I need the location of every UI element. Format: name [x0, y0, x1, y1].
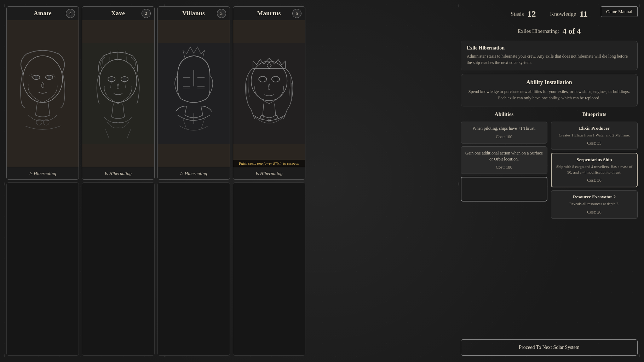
- empty-slot-1: [6, 182, 79, 356]
- hibernating-label: Exiles Hibernating:: [518, 28, 559, 34]
- card-level-maurtus: 5: [292, 9, 301, 18]
- knowledge-value: 11: [580, 9, 588, 19]
- exile-hibernation-text: Administer stasis to hibernate your crew…: [467, 53, 632, 66]
- hibernating-row: Exiles Hibernating: 4 of 4: [461, 25, 638, 37]
- ability-1-text: When piloting, ships have +1 Thrust.: [465, 125, 543, 132]
- svg-point-28: [274, 77, 277, 81]
- xave-status: Is Hibernating: [105, 171, 132, 176]
- deco-cross-tl: +: [3, 3, 6, 9]
- card-header-amate: Amate 4: [7, 7, 79, 20]
- ability-1-cost: Cost: 100: [465, 134, 543, 140]
- card-portrait-amate: [7, 20, 79, 167]
- ability-installation-text: Spend knowledge to purchase new abilitie…: [467, 88, 632, 101]
- blueprint-2-text: Ship with 8 cargo and 4 travellers. Has …: [556, 164, 633, 175]
- deco-cross-tr-left: +: [457, 3, 460, 9]
- knowledge-stat: Knowledge 11: [550, 9, 587, 19]
- card-level-xave: 2: [142, 9, 151, 18]
- empty-slot-4: [233, 182, 305, 356]
- amate-status: Is Hibernating: [29, 171, 56, 176]
- card-footer-maurtus: Is Hibernating: [233, 167, 305, 179]
- ab-section: Abilities When piloting, ships have +1 T…: [461, 110, 638, 336]
- blueprint-2-title: Serpentarius Ship: [556, 157, 633, 163]
- svg-rect-18: [158, 43, 230, 144]
- empty-slot-3: [157, 182, 230, 356]
- blueprint-card-2[interactable]: Serpentarius Ship Ship with 8 cargo and …: [551, 153, 638, 187]
- blueprint-1-title: Elixir Producer: [556, 125, 633, 131]
- exile-hibernation-title: Exile Hibernation: [467, 45, 632, 51]
- stasis-label: Stasis: [511, 11, 524, 17]
- characters-panel: Amate 4: [6, 6, 305, 356]
- card-portrait-xave: [82, 20, 154, 167]
- card-portrait-villanus: [158, 20, 230, 167]
- card-level-amate: 4: [66, 9, 75, 18]
- deco-cross-tr: +: [638, 3, 641, 9]
- blueprint-card-1[interactable]: Elixir Producer Creates 1 Elixir from 1 …: [551, 122, 638, 150]
- right-panel: Stasis 12 Knowledge 11 Exiles Hibernatin…: [461, 6, 638, 356]
- ability-2-cost: Cost: 180: [465, 165, 543, 170]
- knowledge-label: Knowledge: [550, 11, 576, 17]
- blueprints-title: Blueprints: [551, 110, 638, 119]
- card-header-maurtus: Maurtus 5: [233, 7, 305, 20]
- svg-rect-12: [82, 43, 154, 144]
- ability-2-text: Gain one additional action when on a Sur…: [465, 150, 543, 162]
- villanus-status: Is Hibernating: [180, 171, 207, 176]
- blueprint-card-3[interactable]: Resource Excavator 2 Reveals all resourc…: [551, 190, 638, 218]
- ability-installation-box: Ability Installation Spend knowledge to …: [461, 74, 638, 106]
- card-header-xave: Xave 2: [82, 7, 154, 20]
- card-footer-xave: Is Hibernating: [82, 167, 154, 179]
- hibernating-value: 4 of 4: [563, 27, 581, 36]
- card-level-villanus: 3: [217, 9, 226, 18]
- abilities-title: Abilities: [461, 110, 547, 119]
- blueprint-1-text: Creates 1 Elixir from 1 Water and 2 Meth…: [556, 133, 633, 138]
- card-footer-villanus: Is Hibernating: [158, 167, 230, 179]
- card-footer-amate: Is Hibernating: [7, 167, 79, 179]
- card-name-xave: Xave: [111, 10, 125, 17]
- deco-cross-mr: +: [457, 181, 460, 187]
- game-manual-button[interactable]: Game Manual: [601, 6, 638, 17]
- svg-point-27: [261, 77, 264, 81]
- svg-point-5: [48, 76, 51, 79]
- proceed-button[interactable]: Proceed To Next Solar System: [461, 339, 638, 356]
- ability-installation-title: Ability Installation: [467, 79, 632, 86]
- character-card-amate[interactable]: Amate 4: [6, 6, 79, 180]
- svg-point-4: [35, 76, 38, 79]
- svg-point-17: [123, 77, 126, 81]
- deco-cross-ml: +: [3, 181, 6, 187]
- stasis-stat: Stasis 12: [511, 9, 536, 19]
- abilities-column: Abilities When piloting, ships have +1 T…: [461, 110, 547, 336]
- exile-hibernation-box: Exile Hibernation Administer stasis to h…: [461, 41, 638, 70]
- character-card-maurtus[interactable]: Maurtus 5: [233, 6, 305, 180]
- card-name-maurtus: Maurtus: [257, 10, 281, 17]
- blueprint-3-text: Reveals all resources at depth 2.: [556, 201, 633, 206]
- empty-slot-2: [82, 182, 154, 356]
- card-name-villanus: Villanus: [182, 10, 205, 17]
- ability-card-3-empty[interactable]: [461, 177, 547, 202]
- maurtus-status: Is Hibernating: [255, 171, 282, 176]
- ability-card-1[interactable]: When piloting, ships have +1 Thrust. Cos…: [461, 122, 547, 144]
- stasis-value: 12: [527, 9, 536, 19]
- exile-hibernation-content: Exile Hibernation Administer stasis to h…: [467, 45, 632, 66]
- deco-cross-bl: +: [3, 353, 6, 359]
- character-card-villanus[interactable]: Villanus 3: [157, 6, 230, 180]
- character-card-xave[interactable]: Xave 2: [82, 6, 154, 180]
- svg-point-16: [110, 77, 114, 81]
- ability-card-2[interactable]: Gain one additional action when on a Sur…: [461, 146, 547, 174]
- blueprints-column: Blueprints Elixir Producer Creates 1 Eli…: [551, 110, 638, 336]
- card-header-villanus: Villanus 3: [158, 7, 230, 20]
- deco-cross-br: +: [638, 353, 641, 359]
- maurtus-overlay: Faith costs one fewer Elixir to recover.: [233, 160, 305, 167]
- blueprint-1-cost: Cost: 35: [556, 141, 633, 146]
- blueprint-3-title: Resource Excavator 2: [556, 194, 633, 200]
- card-name-amate: Amate: [34, 10, 52, 17]
- blueprint-2-cost: Cost: 30: [556, 178, 633, 183]
- blueprint-3-cost: Cost: 20: [556, 210, 633, 215]
- card-portrait-maurtus: Faith costs one fewer Elixir to recover.: [233, 20, 305, 167]
